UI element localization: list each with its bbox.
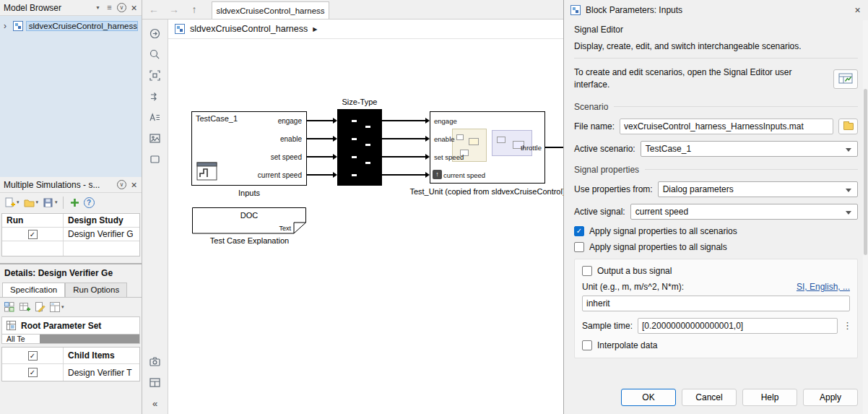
save-button[interactable]: ▾ bbox=[41, 196, 58, 210]
model-browser-panel: Model Browser ▾ ≡ ∨ × › sldvexCruiseCont… bbox=[0, 0, 142, 177]
fit-to-view-icon[interactable] bbox=[149, 69, 162, 82]
panel-minimize-icon[interactable]: ∨ bbox=[117, 180, 126, 189]
breadcrumb-model-name[interactable]: sldvexCruiseControl_harness bbox=[190, 24, 308, 34]
back-icon[interactable]: ← bbox=[145, 2, 162, 17]
tab-specification[interactable]: Specification bbox=[2, 283, 65, 297]
tree-item-harness[interactable]: › sldvexCruiseControl_harness bbox=[2, 20, 139, 33]
collapse-panel-icon[interactable]: « bbox=[149, 397, 162, 410]
zoom-icon[interactable] bbox=[149, 48, 162, 61]
dialog-scrollbar[interactable] bbox=[863, 20, 868, 414]
apply-all-scenarios-checkbox[interactable]: ✓ bbox=[574, 226, 584, 236]
model-canvas[interactable]: TestCase_1 engage enable set speed curre… bbox=[168, 39, 563, 414]
multiple-simulations-panel: Multiple Simulations - s... ∨ × ▾ ▾ ▾ bbox=[0, 177, 142, 414]
table-row[interactable]: ✓ Design Verifier G bbox=[2, 228, 139, 241]
all-tests-row[interactable]: All Te bbox=[1, 335, 140, 344]
active-scenario-select[interactable]: TestCase_1 bbox=[641, 141, 858, 157]
signal-wire bbox=[382, 174, 425, 176]
port-label: enable bbox=[280, 135, 302, 144]
open-folder-icon bbox=[23, 197, 35, 209]
design-verifier-checkbox[interactable]: ✓ bbox=[28, 368, 38, 377]
canvas-palette-toolbar: « bbox=[142, 20, 168, 414]
new-design-study-button[interactable]: ▾ bbox=[3, 196, 20, 210]
apply-button[interactable]: Apply bbox=[803, 389, 858, 406]
root-parameter-set-row[interactable]: Root Parameter Set bbox=[1, 316, 140, 335]
annotation-icon[interactable] bbox=[149, 111, 162, 124]
apply-all-signals-checkbox[interactable] bbox=[574, 242, 584, 252]
add-parameter-set-button[interactable] bbox=[3, 301, 16, 314]
explore-icon[interactable] bbox=[149, 27, 162, 40]
unit-input[interactable] bbox=[582, 296, 850, 311]
close-icon[interactable]: × bbox=[130, 180, 138, 190]
breadcrumb-caret-icon[interactable]: ▶ bbox=[313, 26, 317, 33]
cancel-button[interactable]: Cancel bbox=[682, 389, 737, 406]
help-button[interactable]: ? bbox=[84, 197, 95, 208]
forward-icon[interactable]: → bbox=[165, 2, 183, 17]
left-panel-column: Model Browser ▾ ≡ ∨ × › sldvexCruiseCont… bbox=[0, 0, 142, 414]
add-table-button[interactable] bbox=[18, 301, 31, 314]
ok-button[interactable]: OK bbox=[621, 389, 676, 406]
port-mark bbox=[365, 162, 370, 164]
window-split-icon[interactable] bbox=[149, 376, 162, 389]
active-scenario-value: TestCase_1 bbox=[646, 144, 691, 154]
tab-run-options[interactable]: Run Options bbox=[65, 283, 127, 297]
child-items-table: ✓ Child Items ✓ Design Verifier T bbox=[1, 347, 140, 381]
divider bbox=[574, 58, 858, 59]
editor-column: ← → ↑ sldvexCruiseControl_harness « bbox=[142, 0, 563, 414]
tree-expand-icon[interactable]: › bbox=[4, 21, 10, 31]
close-icon[interactable]: × bbox=[130, 3, 138, 13]
checkbox-cell: ✓ bbox=[2, 364, 64, 381]
browse-file-button[interactable] bbox=[838, 118, 858, 134]
table-row[interactable]: ✓ Child Items bbox=[2, 348, 139, 364]
panel-minimize-icon[interactable]: ∨ bbox=[117, 3, 126, 12]
help-button[interactable]: Help bbox=[742, 389, 797, 406]
file-name-label: File name: bbox=[574, 121, 615, 131]
panel-menu-icon[interactable]: ≡ bbox=[105, 4, 113, 12]
open-button[interactable]: ▾ bbox=[22, 196, 40, 210]
launch-signal-editor-button[interactable] bbox=[833, 69, 858, 89]
port-label: engage bbox=[278, 117, 302, 126]
use-properties-select[interactable]: Dialog parameters bbox=[658, 181, 858, 197]
add-item-button[interactable] bbox=[68, 196, 82, 210]
model-tab[interactable]: sldvexCruiseControl_harness bbox=[212, 1, 329, 19]
file-name-input[interactable] bbox=[620, 118, 833, 134]
panel-menu-caret-icon[interactable]: ▾ bbox=[94, 5, 102, 11]
doc-block[interactable]: DOC Text bbox=[192, 207, 307, 234]
layout-button[interactable]: ▾ bbox=[48, 301, 65, 314]
run-cell: ✓ bbox=[2, 228, 64, 241]
up-to-parent-icon[interactable]: ↑ bbox=[186, 2, 203, 17]
apply-all-scenarios-label: Apply signal properties to all scenarios bbox=[589, 226, 737, 236]
kebab-menu-icon[interactable]: ⋮ bbox=[843, 320, 850, 331]
edit-script-button[interactable] bbox=[33, 301, 46, 314]
layout-grid-icon bbox=[49, 301, 61, 313]
inputs-block[interactable]: TestCase_1 engage enable set speed curre… bbox=[191, 111, 307, 186]
dialog-title: Block Parameters: Inputs bbox=[586, 5, 849, 15]
table-row[interactable]: ✓ Design Verifier T bbox=[2, 364, 139, 381]
sample-time-input[interactable] bbox=[638, 318, 838, 334]
interpolate-checkbox[interactable] bbox=[582, 340, 592, 350]
design-study-table: Run Design Study ✓ Design Verifier G bbox=[1, 213, 140, 256]
close-icon[interactable]: × bbox=[854, 5, 862, 15]
double-arrow-icon[interactable] bbox=[149, 90, 162, 103]
wire-arrowhead bbox=[333, 154, 337, 160]
table-row-empty[interactable] bbox=[2, 241, 139, 256]
wire-arrowhead bbox=[333, 136, 337, 142]
signal-editor-hint-row: To create and edit scenarios, open the S… bbox=[574, 66, 858, 92]
apply-all-signals-row: Apply signal properties to all signals bbox=[574, 242, 858, 252]
port-mark bbox=[352, 174, 357, 176]
size-type-block[interactable] bbox=[337, 109, 382, 186]
details-toolbar: ▾ bbox=[0, 298, 142, 316]
image-icon[interactable] bbox=[149, 131, 162, 145]
box-area-icon[interactable] bbox=[149, 152, 162, 165]
child-items-checkbox[interactable]: ✓ bbox=[28, 351, 38, 361]
output-bus-checkbox[interactable] bbox=[582, 266, 592, 276]
scrollbar-thumb[interactable] bbox=[864, 89, 867, 255]
run-checkbox[interactable]: ✓ bbox=[28, 230, 38, 239]
viewmarks-icon[interactable] bbox=[149, 355, 162, 368]
wire-arrowhead bbox=[425, 136, 430, 142]
block-type-header: Signal Editor bbox=[574, 25, 858, 35]
test-unit-block[interactable]: engage enable set speed current speed ↑ … bbox=[430, 111, 545, 184]
active-signal-select[interactable]: current speed bbox=[630, 204, 858, 220]
signal-properties-section-label: Signal properties bbox=[574, 165, 639, 175]
port-label: throttle bbox=[521, 144, 542, 152]
unit-help-link[interactable]: SI, English, ... bbox=[797, 282, 850, 292]
